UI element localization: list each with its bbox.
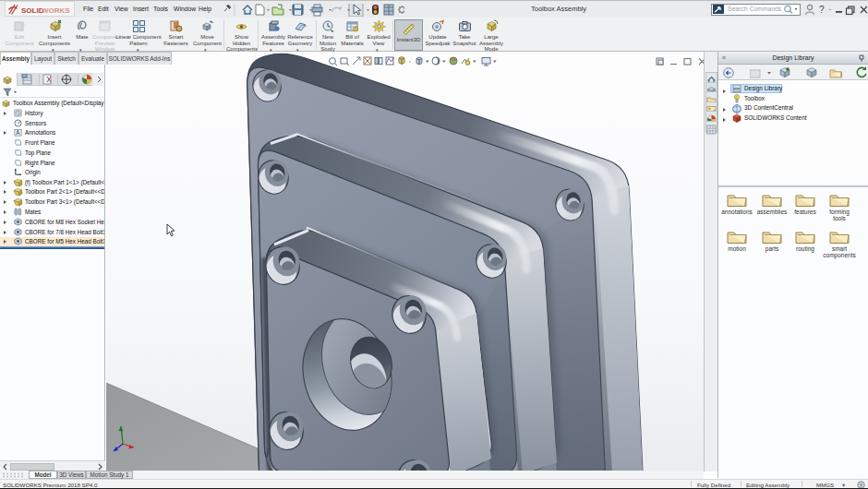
svg-text:SOLID: SOLID xyxy=(21,6,44,15)
svg-text:-: - xyxy=(829,5,832,13)
svg-text:?: ? xyxy=(819,5,825,15)
svg-text:WORKS: WORKS xyxy=(42,6,70,15)
